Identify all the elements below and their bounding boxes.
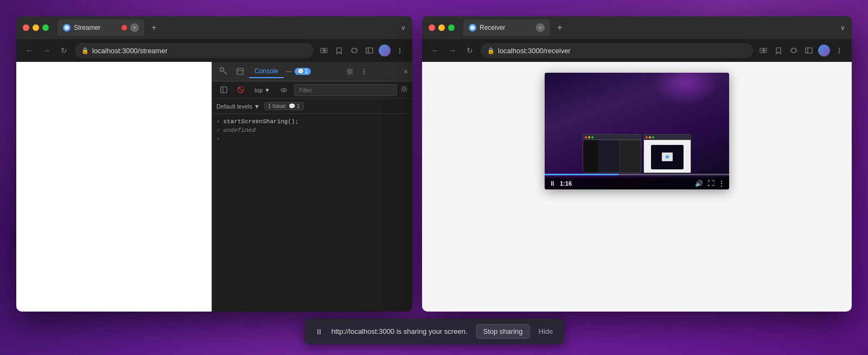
streamer-back-button[interactable]: ← xyxy=(23,44,36,57)
video-background: ⏸ 1:16 🔊 ⛶ ⋮ xyxy=(545,73,729,189)
video-more-button[interactable]: ⋮ xyxy=(718,180,725,187)
console-output: › startScreenSharing(); ‹ undefined › xyxy=(212,114,412,312)
svg-point-14 xyxy=(363,73,365,74)
mini-dot-green-r xyxy=(652,136,654,138)
receiver-maximize-button[interactable] xyxy=(448,24,455,31)
console-input-arrow: › xyxy=(216,118,220,125)
devtools-collapse-button[interactable] xyxy=(216,83,231,97)
streamer-tab[interactable]: Streamer × xyxy=(58,20,144,36)
mini-dot-yellow-r xyxy=(649,136,651,138)
more-options-icon[interactable] xyxy=(394,45,406,56)
mini-video-inner xyxy=(651,145,684,169)
stop-sharing-button[interactable]: Stop sharing xyxy=(476,324,530,339)
devtools-settings-button[interactable] xyxy=(344,66,356,78)
video-bg-accent xyxy=(653,73,718,105)
svg-point-12 xyxy=(363,68,365,69)
mini-dot-green xyxy=(591,136,593,138)
streamer-browser-window: Streamer × + ∨ ← → ↻ 🔒 localhost:3000/st… xyxy=(16,16,412,312)
receiver-bookmark-icon[interactable] xyxy=(773,45,784,56)
receiver-back-button[interactable]: ← xyxy=(429,44,442,57)
video-controls: ⏸ 1:16 🔊 ⛶ ⋮ xyxy=(545,178,729,189)
console-code-2: undefined xyxy=(224,127,256,134)
mini-screen-body-left xyxy=(583,140,641,173)
console-line-1: › startScreenSharing(); xyxy=(216,117,408,126)
badge-count: 1 xyxy=(305,68,308,74)
issue-badge[interactable]: 1 Issue: 💬 1 xyxy=(264,102,304,110)
svg-rect-22 xyxy=(806,48,812,53)
video-volume-button[interactable]: 🔊 xyxy=(695,180,703,187)
streamer-tab-chevron[interactable]: ∨ xyxy=(401,24,406,31)
receiver-tab-chevron[interactable]: ∨ xyxy=(840,24,845,31)
mini-sidebar xyxy=(583,140,598,173)
svg-point-13 xyxy=(363,71,365,72)
receiver-more-options-icon[interactable] xyxy=(833,45,845,56)
svg-point-5 xyxy=(399,50,400,51)
receiver-tab-container: Receiver × + ∨ xyxy=(463,20,845,36)
console-tab[interactable]: Console xyxy=(249,65,284,78)
svg-point-0 xyxy=(65,26,69,30)
user-avatar[interactable] xyxy=(379,45,391,56)
video-progress-bar-container[interactable] xyxy=(545,174,729,175)
streamer-tab-container: Streamer × + ∨ xyxy=(58,20,406,36)
receiver-minimize-button[interactable] xyxy=(438,24,445,31)
sidebar-icon[interactable] xyxy=(363,45,375,56)
svg-rect-15 xyxy=(221,87,227,93)
streamer-favicon xyxy=(63,24,71,31)
mini-screen-header-left xyxy=(583,135,641,140)
mini-video-thumb xyxy=(662,153,673,161)
svg-rect-2 xyxy=(366,48,373,53)
video-time: 1:16 xyxy=(560,180,572,187)
streamer-new-tab-button[interactable]: + xyxy=(146,20,162,35)
receiver-tab[interactable]: Receiver × xyxy=(463,20,550,36)
video-pause-button[interactable]: ⏸ xyxy=(549,180,556,187)
receiver-user-avatar[interactable] xyxy=(818,45,830,56)
streamer-close-button[interactable] xyxy=(23,24,29,31)
streamer-url-bar[interactable]: 🔒 localhost:3000/streamer xyxy=(75,43,314,58)
receiver-tab-title: Receiver xyxy=(480,24,533,31)
default-levels-button[interactable]: Default levels ▼ xyxy=(216,103,260,110)
streamer-forward-button[interactable]: → xyxy=(40,44,53,57)
devtools-block-button[interactable]: 🚫 xyxy=(234,85,248,94)
console-settings-icon[interactable] xyxy=(400,85,408,94)
video-fullscreen-button[interactable]: ⛶ xyxy=(707,180,714,187)
devtools-toolbar: Console ⋯ 💬 1 × xyxy=(212,62,412,81)
receiver-sidebar-icon[interactable] xyxy=(803,45,815,56)
svg-point-24 xyxy=(839,48,840,49)
receiver-tab-close[interactable]: × xyxy=(536,23,545,32)
hide-button[interactable]: Hide xyxy=(539,327,553,335)
receiver-url-bar[interactable]: 🔒 localhost:3000/receiver xyxy=(481,43,753,58)
receiver-extension-icon[interactable] xyxy=(788,45,800,56)
streamer-refresh-button[interactable]: ↻ xyxy=(58,44,71,57)
receiver-address-bar: ← → ↻ 🔒 localhost:3000/receiver xyxy=(422,39,852,62)
bookmark-icon[interactable] xyxy=(333,45,345,56)
devtools-top-selector[interactable]: top ▼ xyxy=(251,86,273,94)
console-filter-input[interactable] xyxy=(294,84,397,96)
streamer-tab-close[interactable]: × xyxy=(130,23,139,32)
receiver-title-bar: Receiver × + ∨ xyxy=(422,16,852,39)
receiver-close-button[interactable] xyxy=(429,24,435,31)
svg-rect-7 xyxy=(220,68,224,71)
svg-point-4 xyxy=(399,48,400,49)
devtools-eye-button[interactable] xyxy=(277,85,291,95)
share-icon[interactable] xyxy=(318,45,330,56)
devtools-inspector-button[interactable] xyxy=(216,65,231,79)
devtools-more-options[interactable] xyxy=(358,66,370,78)
levels-arrow: ▼ xyxy=(254,103,260,110)
console-line-3: › xyxy=(216,135,408,143)
receiver-refresh-button[interactable]: ↻ xyxy=(463,44,476,57)
mini-dot-yellow xyxy=(588,136,590,138)
receiver-forward-button[interactable]: → xyxy=(446,44,459,57)
devtools-picker-button[interactable] xyxy=(233,65,247,79)
receiver-page-content: ⏸ 1:16 🔊 ⛶ ⋮ xyxy=(422,62,852,312)
svg-point-18 xyxy=(283,89,285,91)
receiver-new-tab-button[interactable]: + xyxy=(552,20,567,35)
devtools-close-button[interactable]: × xyxy=(404,67,408,76)
streamer-minimize-button[interactable] xyxy=(33,24,39,31)
streamer-maximize-button[interactable] xyxy=(42,24,49,31)
issue-count: 1 xyxy=(297,103,300,109)
devtools-more-button[interactable]: ⋯ xyxy=(286,68,292,75)
mini-play-dot xyxy=(666,155,669,159)
receiver-share-icon[interactable] xyxy=(757,45,769,56)
console-code-1: startScreenSharing(); xyxy=(224,118,299,125)
extension-icon[interactable] xyxy=(348,45,360,56)
